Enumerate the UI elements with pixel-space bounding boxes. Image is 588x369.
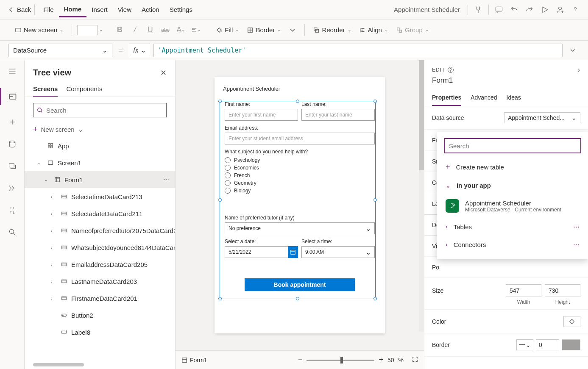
tree-hscroll[interactable]: [33, 363, 167, 367]
tab-components[interactable]: Components: [66, 82, 102, 97]
chevron-icon[interactable]: ⌄: [44, 177, 50, 183]
insert-icon[interactable]: [7, 117, 17, 127]
canvas-vscroll[interactable]: [419, 60, 424, 332]
tab-screens[interactable]: Screens: [33, 82, 58, 97]
comments-icon[interactable]: [491, 2, 507, 17]
tree-search-box[interactable]: [33, 103, 167, 117]
tree-item[interactable]: ›LastnameDataCard203: [25, 273, 175, 290]
tab-properties[interactable]: Properties: [432, 90, 461, 106]
share-icon[interactable]: [552, 2, 568, 17]
more-icon[interactable]: ⋯: [573, 241, 580, 248]
radio-option[interactable]: Biology: [225, 188, 375, 194]
redo-icon[interactable]: [522, 2, 537, 17]
media-icon[interactable]: [7, 161, 17, 171]
tab-ideas[interactable]: Ideas: [507, 90, 521, 106]
fit-icon[interactable]: [412, 356, 418, 363]
radio-option[interactable]: Psychology: [225, 157, 375, 163]
formula-input[interactable]: 'Appointment Scheduler': [153, 44, 563, 57]
chevron-icon[interactable]: ›: [51, 228, 57, 233]
underline-button[interactable]: U: [143, 23, 157, 37]
reorder-button[interactable]: Reorder ⌄: [310, 25, 354, 35]
in-your-app-row[interactable]: ⌄ In your app: [437, 177, 588, 194]
calendar-icon[interactable]: [288, 246, 298, 258]
menu-action[interactable]: Action: [137, 3, 164, 17]
more-icon[interactable]: ⋯: [573, 223, 580, 230]
group-button[interactable]: Group ⌄: [393, 25, 432, 35]
border-style-select[interactable]: ⌄: [516, 339, 533, 350]
new-screen-button[interactable]: New screen ⌄: [12, 25, 67, 35]
resize-handle[interactable]: [373, 297, 377, 300]
tree-item[interactable]: Label8: [25, 324, 175, 341]
first-name-input[interactable]: Enter your first name: [225, 109, 298, 121]
tree-item[interactable]: ⌄Form1⋯: [25, 171, 175, 188]
menu-home[interactable]: Home: [59, 2, 87, 17]
menu-file[interactable]: File: [38, 3, 59, 17]
menu-settings[interactable]: Settings: [164, 3, 198, 17]
chevron-icon[interactable]: ›: [51, 194, 57, 199]
expand-formula-icon[interactable]: [566, 47, 580, 54]
connectors-row[interactable]: › Connectors ⋯: [437, 236, 588, 253]
tab-advanced[interactable]: Advanced: [471, 90, 497, 106]
font-color-button[interactable]: A⌄: [174, 23, 187, 37]
format-chevron-icon[interactable]: [286, 23, 299, 37]
tree-view-icon[interactable]: [0, 88, 24, 105]
chevron-icon[interactable]: ›: [51, 211, 57, 216]
flows-icon[interactable]: [7, 183, 17, 193]
fx-button[interactable]: fx⌄: [129, 44, 150, 57]
data-icon[interactable]: [7, 139, 17, 149]
tables-row[interactable]: › Tables ⋯: [437, 218, 588, 236]
time-select[interactable]: 9:00 AM ⌄: [301, 246, 375, 258]
tree-item[interactable]: ›SelectadateDataCard211: [25, 205, 175, 222]
tree-item[interactable]: ›EmailaddressDataCard205: [25, 256, 175, 273]
info-icon[interactable]: ?: [448, 67, 454, 73]
data-source-select[interactable]: Appointment Sched... ⌄: [504, 112, 580, 123]
menu-view[interactable]: View: [113, 3, 137, 17]
radio-option[interactable]: French: [225, 172, 375, 178]
chevron-icon[interactable]: ⌄: [37, 160, 43, 166]
hamburger-icon[interactable]: [7, 66, 17, 76]
radio-option[interactable]: Economics: [225, 165, 375, 171]
tools-icon[interactable]: [7, 205, 17, 215]
tree-item[interactable]: ›Nameofpreferredtutor2075DataCard209: [25, 222, 175, 239]
color-picker[interactable]: [563, 316, 580, 327]
chevron-icon[interactable]: ›: [51, 245, 57, 250]
tree-item[interactable]: ›FirstnameDataCard201: [25, 290, 175, 307]
tree-search-input[interactable]: [46, 107, 163, 114]
tree-item[interactable]: ⌄Screen1: [25, 154, 175, 171]
border-button[interactable]: Border ⌄: [244, 25, 284, 35]
help-icon[interactable]: [568, 2, 583, 17]
height-input[interactable]: 730: [545, 284, 580, 297]
zoom-slider[interactable]: [307, 360, 374, 361]
align-objects-button[interactable]: Align ⌄: [356, 25, 391, 35]
close-tree-icon[interactable]: ✕: [160, 68, 167, 78]
italic-button[interactable]: /: [128, 23, 142, 37]
align-button[interactable]: ⌄: [189, 23, 203, 37]
resize-handle[interactable]: [218, 100, 222, 103]
width-input[interactable]: 547: [506, 284, 541, 297]
theme-swatch[interactable]: [77, 25, 98, 35]
tree-item[interactable]: Button2: [25, 307, 175, 324]
resize-handle[interactable]: [218, 297, 222, 300]
undo-icon[interactable]: [507, 2, 522, 17]
new-screen-row[interactable]: + New screen ⌄: [25, 122, 175, 137]
app-checker-icon[interactable]: [471, 2, 486, 17]
zoom-out-button[interactable]: −: [298, 355, 303, 364]
datasource-item[interactable]: Appointment Scheduler Microsoft Datavers…: [437, 194, 588, 218]
canvas-screen[interactable]: Appointment Scheduler First name:: [215, 77, 385, 333]
search-icon[interactable]: [7, 227, 17, 237]
tutor-select[interactable]: No preference ⌄: [225, 222, 375, 234]
date-input[interactable]: 5/21/2022: [225, 246, 288, 258]
more-icon[interactable]: ⋯: [163, 176, 175, 183]
border-color-picker[interactable]: [562, 339, 580, 350]
resize-handle[interactable]: [218, 198, 222, 202]
create-table-row[interactable]: + Create new table: [437, 158, 588, 177]
zoom-in-button[interactable]: +: [379, 355, 383, 364]
ds-search-box[interactable]: [444, 138, 581, 153]
tree-item[interactable]: App: [25, 137, 175, 154]
chevron-icon[interactable]: ›: [51, 296, 57, 301]
strike-button[interactable]: abc: [159, 23, 172, 37]
bold-button[interactable]: B: [113, 23, 126, 37]
ds-search-input[interactable]: [449, 142, 576, 150]
tree-item[interactable]: ›SelectatimeDataCard213: [25, 188, 175, 205]
breadcrumb-form[interactable]: Form1: [190, 357, 207, 363]
